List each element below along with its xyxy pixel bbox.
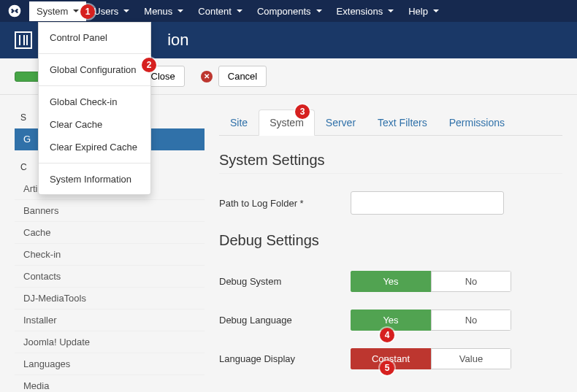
- chevron-down-icon: [123, 9, 129, 12]
- chevron-down-icon: [388, 9, 394, 12]
- sidebar-item-media[interactable]: Media: [15, 375, 205, 392]
- joomla-logo-icon: [7, 4, 22, 18]
- tab-site[interactable]: Site: [219, 109, 259, 136]
- divider: [39, 163, 150, 164]
- marker-2: 2: [142, 58, 156, 72]
- debug-language-no[interactable]: No: [431, 310, 511, 331]
- marker-1: 1: [80, 4, 95, 19]
- marker-5: 5: [380, 361, 394, 375]
- page-title-suffix: ion: [167, 31, 188, 50]
- sidebar-item-cache[interactable]: Cache: [15, 222, 205, 244]
- sidebar-item-installer[interactable]: Installer: [15, 310, 205, 331]
- nav-extensions[interactable]: Extensions: [329, 1, 402, 21]
- cancel-button[interactable]: Cancel: [218, 66, 267, 87]
- tab-text-filters[interactable]: Text Filters: [367, 109, 438, 136]
- tab-server[interactable]: Server: [315, 109, 367, 136]
- label-path-log: Path to Log Folder *: [219, 198, 351, 209]
- sidebar-item-contacts[interactable]: Contacts: [15, 266, 205, 288]
- dd-clear-expired-cache[interactable]: Clear Expired Cache: [39, 136, 150, 158]
- label-language-display: Language Display: [219, 353, 351, 364]
- cancel-icon: ✕: [201, 71, 213, 82]
- nav-content[interactable]: Content: [191, 1, 250, 21]
- label-debug-system: Debug System: [219, 276, 351, 287]
- sidebar-item-dj-mediatools[interactable]: DJ-MediaTools: [15, 288, 205, 310]
- dd-global-configuration[interactable]: Global Configuration: [39, 58, 150, 81]
- system-dropdown: Control Panel Global Configuration Globa…: [38, 22, 151, 195]
- nav-menus[interactable]: Menus: [137, 1, 191, 21]
- marker-3: 3: [295, 104, 310, 119]
- toggle-language-display: Constant Value: [351, 348, 511, 369]
- language-display-value[interactable]: Value: [431, 348, 511, 369]
- sidebar-item-banners[interactable]: Banners: [15, 200, 205, 222]
- dd-control-panel[interactable]: Control Panel: [39, 26, 150, 49]
- dd-system-information[interactable]: System Information: [39, 168, 150, 191]
- settings-icon: [15, 31, 32, 49]
- debug-system-no[interactable]: No: [431, 271, 511, 292]
- section-debug-settings: Debug Settings: [219, 232, 562, 253]
- nav-help[interactable]: Help: [401, 1, 446, 21]
- sidebar-item-joomla-update[interactable]: Joomla! Update: [15, 331, 205, 353]
- toggle-debug-language: Yes No: [351, 310, 511, 331]
- chevron-down-icon: [316, 9, 322, 12]
- marker-4: 4: [380, 328, 394, 342]
- dd-global-checkin[interactable]: Global Check-in: [39, 91, 150, 113]
- dd-clear-cache[interactable]: Clear Cache: [39, 113, 150, 136]
- nav-components[interactable]: Components: [250, 1, 329, 21]
- divider: [39, 85, 150, 86]
- tab-bar: SiteSystemServerText FiltersPermissions: [219, 109, 562, 136]
- sidebar-item-languages[interactable]: Languages: [15, 353, 205, 375]
- tab-permissions[interactable]: Permissions: [438, 109, 516, 136]
- chevron-down-icon: [433, 9, 439, 12]
- label-debug-language: Debug Language: [219, 315, 351, 326]
- chevron-down-icon: [237, 9, 242, 12]
- input-path-log[interactable]: [351, 191, 504, 215]
- toggle-debug-system: Yes No: [351, 271, 511, 292]
- debug-language-yes[interactable]: Yes: [351, 310, 431, 331]
- nav-system[interactable]: System: [29, 1, 86, 21]
- chevron-down-icon: [177, 9, 183, 12]
- section-system-settings: System Settings: [219, 152, 562, 174]
- sidebar-item-check-in[interactable]: Check-in: [15, 244, 205, 266]
- content-area: SiteSystemServerText FiltersPermissions …: [219, 109, 562, 392]
- divider: [39, 53, 150, 54]
- chevron-down-icon: [73, 9, 79, 12]
- debug-system-yes[interactable]: Yes: [351, 271, 431, 292]
